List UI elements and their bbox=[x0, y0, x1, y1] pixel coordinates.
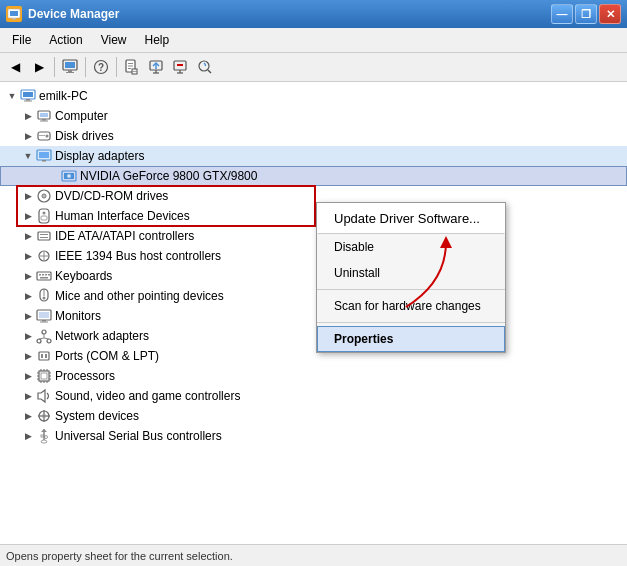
scan-button[interactable] bbox=[193, 56, 215, 78]
status-bar: Opens property sheet for the current sel… bbox=[0, 544, 627, 566]
monitors-icon bbox=[36, 308, 52, 324]
svg-rect-47 bbox=[37, 272, 51, 280]
properties-button[interactable] bbox=[121, 56, 143, 78]
keyboards-expand[interactable]: ▶ bbox=[20, 268, 36, 284]
svg-rect-1 bbox=[10, 11, 18, 16]
hid-expand[interactable]: ▶ bbox=[20, 208, 36, 224]
computer-expand[interactable]: ▶ bbox=[20, 108, 36, 124]
ctx-sep-1 bbox=[317, 289, 505, 290]
processors-icon bbox=[36, 368, 52, 384]
ieee-label: IEEE 1394 Bus host controllers bbox=[55, 249, 221, 263]
mice-label: Mice and other pointing devices bbox=[55, 289, 224, 303]
tree-item-system[interactable]: ▶ System devices bbox=[0, 406, 627, 426]
back-button[interactable]: ◀ bbox=[4, 56, 26, 78]
root-expand[interactable]: ▼ bbox=[4, 88, 20, 104]
ctx-properties[interactable]: Properties bbox=[317, 326, 505, 352]
tree-item-display-adapters[interactable]: ▼ Display adapters bbox=[0, 146, 627, 166]
hid-label: Human Interface Devices bbox=[55, 209, 190, 223]
monitors-label: Monitors bbox=[55, 309, 101, 323]
tree-item-network[interactable]: ▶ Network adapters bbox=[0, 326, 627, 346]
svg-rect-33 bbox=[42, 160, 46, 162]
tree-item-hid[interactable]: ▶ Human Interface Devices bbox=[0, 206, 627, 226]
network-expand[interactable]: ▶ bbox=[20, 328, 36, 344]
computer-item-icon bbox=[36, 108, 52, 124]
display-adapters-label: Display adapters bbox=[55, 149, 144, 163]
tree-item-disk-drives[interactable]: ▶ Disk drives bbox=[0, 126, 627, 146]
tree-item-usb[interactable]: ▶ Universal Serial Bus controllers bbox=[0, 426, 627, 446]
sound-icon bbox=[36, 388, 52, 404]
svg-rect-5 bbox=[68, 70, 72, 72]
dvd-expand[interactable]: ▶ bbox=[20, 188, 36, 204]
svg-point-19 bbox=[199, 61, 209, 71]
ctx-scan[interactable]: Scan for hardware changes bbox=[317, 293, 505, 319]
svg-rect-44 bbox=[40, 234, 48, 235]
menu-view[interactable]: View bbox=[93, 30, 135, 50]
svg-rect-12 bbox=[128, 68, 131, 69]
tree-item-computer[interactable]: ▶ Computer bbox=[0, 106, 627, 126]
update-driver-button[interactable] bbox=[145, 56, 167, 78]
usb-expand[interactable]: ▶ bbox=[20, 428, 36, 444]
uninstall-button[interactable] bbox=[169, 56, 191, 78]
tree-item-nvidia[interactable]: ▶ NVIDIA GeForce 9800 GTX/9800 bbox=[0, 166, 627, 186]
processors-expand[interactable]: ▶ bbox=[20, 368, 36, 384]
svg-point-62 bbox=[47, 339, 51, 343]
svg-rect-51 bbox=[48, 274, 50, 276]
ctx-uninstall[interactable]: Uninstall bbox=[317, 260, 505, 286]
tree-item-dvd[interactable]: ▶ DVD/CD-ROM drives bbox=[0, 186, 627, 206]
system-expand[interactable]: ▶ bbox=[20, 408, 36, 424]
minimize-button[interactable]: — bbox=[551, 4, 573, 24]
window-controls: — ❐ ✕ bbox=[551, 4, 621, 24]
display-expand[interactable]: ▼ bbox=[20, 148, 36, 164]
tree-item-sound[interactable]: ▶ Sound, video and game controllers bbox=[0, 386, 627, 406]
ports-expand[interactable]: ▶ bbox=[20, 348, 36, 364]
processors-label: Processors bbox=[55, 369, 115, 383]
disk-icon bbox=[36, 128, 52, 144]
svg-rect-30 bbox=[39, 135, 45, 136]
mice-expand[interactable]: ▶ bbox=[20, 288, 36, 304]
svg-rect-59 bbox=[40, 322, 48, 323]
tree-item-monitors[interactable]: ▶ Monitors bbox=[0, 306, 627, 326]
svg-rect-25 bbox=[40, 113, 48, 117]
svg-rect-57 bbox=[39, 312, 49, 318]
tree-root[interactable]: ▼ emilk-PC bbox=[0, 86, 627, 106]
tree-item-ieee[interactable]: ▶ IEEE 1394 Bus host controllers bbox=[0, 246, 627, 266]
monitors-expand[interactable]: ▶ bbox=[20, 308, 36, 324]
svg-rect-21 bbox=[23, 92, 33, 97]
mice-icon bbox=[36, 288, 52, 304]
svg-rect-50 bbox=[45, 274, 47, 276]
disk-label: Disk drives bbox=[55, 129, 114, 143]
computer-button[interactable] bbox=[59, 56, 81, 78]
tree-item-ports[interactable]: ▶ Ports (COM & LPT) bbox=[0, 346, 627, 366]
svg-point-39 bbox=[43, 195, 45, 197]
help-button[interactable]: ? bbox=[90, 56, 112, 78]
svg-rect-10 bbox=[128, 63, 133, 64]
svg-rect-27 bbox=[40, 121, 48, 122]
tree-item-processors[interactable]: ▶ Proces bbox=[0, 366, 627, 386]
menu-bar: File Action View Help bbox=[0, 28, 627, 53]
svg-rect-48 bbox=[39, 274, 41, 276]
ctx-disable[interactable]: Disable bbox=[317, 234, 505, 260]
menu-action[interactable]: Action bbox=[41, 30, 90, 50]
tree-item-mice[interactable]: ▶ Mice and other pointing devices bbox=[0, 286, 627, 306]
network-icon bbox=[36, 328, 52, 344]
svg-line-65 bbox=[44, 338, 49, 339]
tree-item-keyboards[interactable]: ▶ Keyboards bbox=[0, 266, 627, 286]
restore-button[interactable]: ❐ bbox=[575, 4, 597, 24]
ide-expand[interactable]: ▶ bbox=[20, 228, 36, 244]
dvd-icon bbox=[36, 188, 52, 204]
ieee-expand[interactable]: ▶ bbox=[20, 248, 36, 264]
menu-help[interactable]: Help bbox=[137, 30, 178, 50]
svg-rect-69 bbox=[39, 371, 49, 381]
sound-expand[interactable]: ▶ bbox=[20, 388, 36, 404]
close-button[interactable]: ✕ bbox=[599, 4, 621, 24]
forward-button[interactable]: ▶ bbox=[28, 56, 50, 78]
disk-expand[interactable]: ▶ bbox=[20, 128, 36, 144]
ctx-update-driver[interactable]: Update Driver Software... bbox=[317, 203, 505, 234]
hid-icon bbox=[36, 208, 52, 224]
tree-item-ide[interactable]: ▶ IDE ATA/ATAPI controllers bbox=[0, 226, 627, 246]
svg-rect-26 bbox=[42, 119, 46, 121]
svg-text:?: ? bbox=[98, 62, 104, 73]
svg-rect-23 bbox=[24, 101, 32, 102]
menu-file[interactable]: File bbox=[4, 30, 39, 50]
svg-rect-68 bbox=[45, 354, 47, 358]
